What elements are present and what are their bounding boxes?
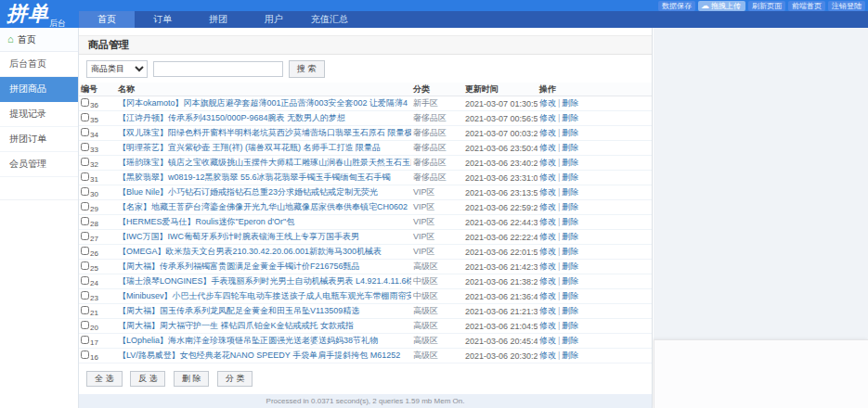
select-all-button[interactable]: 全 选: [86, 371, 123, 387]
sidebar-item-groupbuy-orders[interactable]: 拼团订单: [0, 127, 78, 152]
tab-users[interactable]: 用户: [246, 11, 302, 28]
edit-link[interactable]: 修改: [539, 351, 556, 360]
row-checkbox[interactable]: [81, 336, 89, 344]
product-name-link[interactable]: 【周大福】周大福守护一生 裸钻四爪铂金K金钻戒戒托 女款戒指: [118, 321, 354, 330]
row-operations: 修改|删除: [538, 141, 599, 156]
delete-link[interactable]: 删除: [562, 261, 578, 271]
product-name-link[interactable]: 【瑞士浪琴LONGINES】手表瑰丽系列时光男士自动机械表男表 L4.921.4…: [118, 276, 411, 286]
product-name-link[interactable]: 【IWC万国】IWC葡萄牙系列计时腕表镶海王线上专享万国手表男: [118, 232, 359, 241]
row-checkbox[interactable]: [81, 113, 89, 121]
edit-link[interactable]: 修改: [539, 232, 556, 241]
ops-separator: |: [558, 158, 560, 167]
row-checkbox[interactable]: [81, 351, 89, 359]
edit-link[interactable]: 修改: [539, 158, 556, 167]
tab-recharge-summary[interactable]: 充值汇总: [302, 11, 357, 28]
edit-link[interactable]: 修改: [539, 306, 556, 315]
row-checkbox[interactable]: [81, 321, 89, 329]
delete-link[interactable]: 删除: [562, 158, 578, 167]
sidebar-item-withdraw-records[interactable]: 提现记录: [0, 102, 78, 127]
product-name-link[interactable]: 【LV/路易威登】女包经典老花NANO SPEEDY 手袋单肩手提斜挎包 M61…: [118, 351, 400, 360]
row-checkbox[interactable]: [81, 291, 89, 300]
sidebar-item-groupbuy-products[interactable]: 拼团商品: [0, 77, 78, 102]
delete-link[interactable]: 删除: [562, 321, 578, 330]
product-name-link[interactable]: 【瑶韵珠宝】镇店之宝收藏级挑山玉摆件大师精工雕琢山涧春山胜景天然玉石玉雕: [118, 158, 411, 167]
delete-link[interactable]: 删除: [562, 98, 578, 108]
product-name-link[interactable]: 【Blue Nile】小巧钻石订婚戒指钻石总重23分求婚钻戒钻戒定制无荧光: [118, 187, 378, 197]
product-name-link[interactable]: 【HERMES爱马仕】Roulis迷你"Eperon d'Or"包: [118, 217, 294, 226]
delete-link[interactable]: 删除: [562, 247, 578, 256]
tab-groupbuy[interactable]: 拼团: [190, 11, 246, 28]
delete-link[interactable]: 删除: [562, 113, 578, 122]
logout-button[interactable]: 注销登陆: [828, 1, 865, 11]
row-checkbox[interactable]: [81, 98, 89, 107]
row-operations: 修改|删除: [538, 230, 599, 245]
product-name-link[interactable]: 【Minibusev】小巴士代步车四轮车电动车接送孩子成人电瓶车观光车带棚雨帘安…: [118, 291, 411, 300]
tab-orders[interactable]: 订单: [135, 11, 190, 28]
edit-link[interactable]: 修改: [539, 276, 556, 286]
delete-link[interactable]: 删除: [562, 291, 578, 300]
product-name-link[interactable]: 【明理茶艺】宜兴紫砂壶 王翔(祥) (瑞兽双耳花瓶) 名师手工打造 限量品: [118, 143, 381, 152]
edit-link[interactable]: 修改: [539, 291, 556, 300]
edit-link[interactable]: 修改: [539, 113, 556, 122]
product-name-link[interactable]: 【黑胶翡翠】w0819-12黑胶翡翠 55.6冰翡花翡翠手镯玉手镯缅甸玉石手镯: [118, 172, 391, 182]
invert-select-button[interactable]: 反 选: [130, 371, 166, 387]
product-name-link[interactable]: 【周大福】传承系列福镯富贵圆满足金黄金手镯计价F216756甄品: [118, 261, 360, 271]
delete-link[interactable]: 删除: [562, 276, 578, 286]
row-checkbox[interactable]: [81, 306, 89, 314]
row-checkbox[interactable]: [81, 187, 89, 196]
category-select[interactable]: 商品类目: [86, 60, 148, 78]
edit-link[interactable]: 修改: [539, 128, 556, 137]
data-backup-button[interactable]: 数据保存: [658, 1, 695, 11]
product-name-link[interactable]: 【江诗丹顿】传承系列43150/000P-9684腕表 无数男人的梦想: [118, 113, 345, 122]
sidebar-item-member-management[interactable]: 会员管理: [0, 152, 78, 177]
delete-selected-button[interactable]: 删 除: [174, 371, 210, 387]
delete-link[interactable]: 删除: [562, 143, 578, 152]
sidebar-item-backend-home[interactable]: 后台首页: [0, 52, 78, 77]
delete-link[interactable]: 删除: [562, 128, 578, 137]
edit-link[interactable]: 修改: [539, 187, 556, 197]
delete-link[interactable]: 删除: [562, 336, 578, 345]
edit-link[interactable]: 修改: [539, 321, 556, 330]
search-button[interactable]: 搜 索: [289, 60, 325, 78]
edit-link[interactable]: 修改: [539, 261, 556, 271]
refresh-page-button[interactable]: 刷新页面: [748, 1, 785, 11]
product-name-link[interactable]: 【OMEGA】欧米茄天文台男表210.30.42.20.06.001新款海马30…: [118, 247, 382, 256]
delete-link[interactable]: 删除: [562, 232, 578, 241]
bottom-right-white-panel: [654, 339, 868, 408]
edit-link[interactable]: 修改: [539, 202, 556, 211]
front-home-button[interactable]: 前端首页: [788, 1, 825, 11]
product-name-link[interactable]: 【双儿珠宝】阳绿色料开窗料半明料老坑莫西沙莫埔蕾场口翡翠玉石原石 限量极品: [118, 128, 411, 137]
row-checkbox[interactable]: [81, 158, 89, 166]
delete-link[interactable]: 删除: [562, 172, 578, 182]
edit-link[interactable]: 修改: [539, 98, 556, 108]
drag-upload-button[interactable]: ☁ 拖拽上传: [698, 1, 745, 11]
row-checkbox[interactable]: [81, 247, 89, 255]
row-checkbox[interactable]: [81, 172, 89, 181]
product-name-link[interactable]: 【LOphelia】海水南洋金珍珠项链吊坠正圆强光送老婆送妈妈38节礼物: [118, 336, 378, 345]
delete-link[interactable]: 删除: [562, 202, 578, 211]
row-checkbox[interactable]: [81, 143, 89, 151]
delete-link[interactable]: 删除: [562, 187, 578, 197]
row-checkbox[interactable]: [81, 276, 89, 285]
product-name-link[interactable]: 【周大福】国玉传承系列龙凤配足金黄金和田玉吊坠V113509精选: [118, 306, 359, 315]
search-input[interactable]: [153, 61, 283, 77]
row-checkbox[interactable]: [81, 261, 89, 270]
row-checkbox[interactable]: [81, 202, 89, 210]
edit-link[interactable]: 修改: [539, 217, 556, 226]
row-checkbox[interactable]: [81, 232, 89, 240]
delete-link[interactable]: 删除: [562, 306, 578, 315]
edit-link[interactable]: 修改: [539, 172, 556, 182]
row-checkbox[interactable]: [81, 217, 89, 225]
classify-button[interactable]: 分 类: [217, 371, 253, 387]
edit-link[interactable]: 修改: [539, 247, 556, 256]
delete-link[interactable]: 删除: [562, 217, 578, 226]
row-checkbox[interactable]: [81, 128, 89, 136]
edit-link[interactable]: 修改: [539, 336, 556, 345]
product-name-link[interactable]: 【冈本okamoto】冈本旗舰店避孕套超薄001正品蕾薄003安全套002 让爱…: [118, 98, 408, 108]
row-category: 高级区: [411, 260, 463, 274]
tab-home[interactable]: 首页: [79, 11, 135, 28]
row-name-cell: 【双儿珠宝】阳绿色料开窗料半明料老坑莫西沙莫埔蕾场口翡翠玉石原石 限量极品: [116, 126, 411, 141]
product-name-link[interactable]: 【名家】地藏王菩萨台湾鎏金佛像开光九华山地藏像居家供奉供奉镇宅CH0602: [118, 202, 408, 211]
delete-link[interactable]: 删除: [562, 351, 578, 360]
edit-link[interactable]: 修改: [539, 143, 556, 152]
